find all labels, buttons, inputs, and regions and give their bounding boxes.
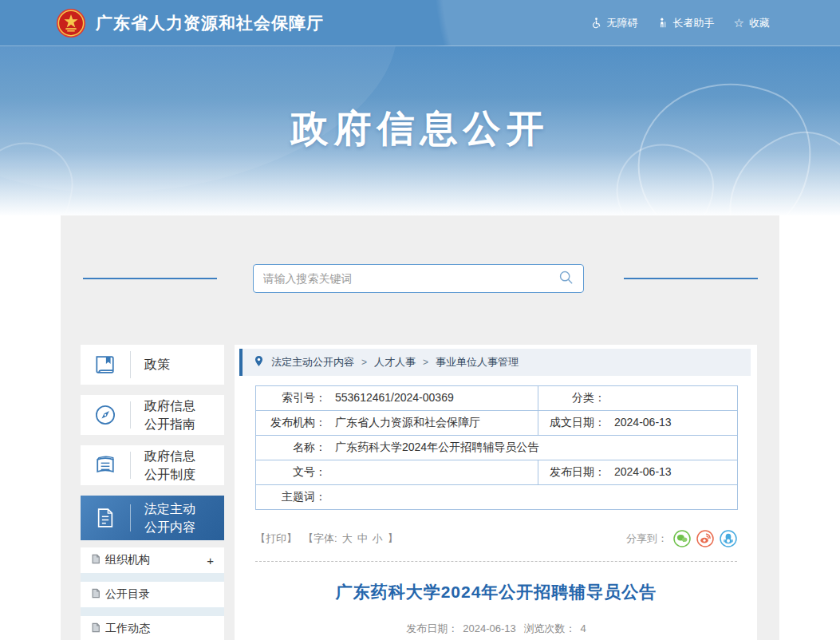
doc-info-table: 索引号：553612461/2024-00369 分类： 发布机构：广东省人力资… [255,385,738,510]
search-left-divider [83,278,217,279]
pub-date-meta-label: 发布日期： [406,622,458,634]
sidebar-subitem-public-directory[interactable]: 公开目录 [81,582,224,607]
content-card: 政策 政府信息公开指南 [61,215,779,640]
star-icon: ☆ [734,17,744,29]
banner: 政府信息公开 [0,46,840,215]
share-wechat-icon[interactable] [673,530,691,547]
sidebar-subitem-work-updates[interactable]: 工作动态 [81,616,224,640]
divider [130,504,131,531]
accessibility-label: 无障碍 [607,16,638,30]
sidebar-subitem-label: 工作动态 [105,622,214,636]
sidebar-item-label: 政府信息公开指南 [144,397,200,433]
font-label: 【字体: [303,531,337,546]
search-row [61,264,779,293]
accessibility-icon [590,17,602,29]
sidebar-subitem-label: 公开目录 [105,587,214,602]
search-button[interactable] [558,270,574,287]
favorite-label: 收藏 [749,16,770,30]
table-row: 文号： 发布日期：2024-06-13 [256,460,738,485]
index-value: 553612461/2024-00369 [335,391,454,404]
divider [130,401,131,429]
breadcrumb-item-statutory-disclosure[interactable]: 法定主动公开内容 [271,355,354,369]
pub-date-cell: 发布日期：2024-06-13 [538,460,738,485]
body-row: 政策 政府信息公开指南 [61,345,779,640]
agency-cell: 发布机构：广东省人力资源和社会保障厅 [256,411,538,436]
sidebar-item-label: 政府信息公开制度 [144,447,200,484]
breadcrumb-item-institution-personnel[interactable]: 事业单位人事管理 [436,355,519,369]
agency-value: 广东省人力资源和社会保障厅 [335,416,480,429]
pub-date-value: 2024-06-13 [614,465,672,478]
sidebar-item-label: 政策 [144,355,200,373]
book-icon [81,352,130,377]
accessibility-link[interactable]: 无障碍 [590,16,638,30]
elder-helper-label: 长者助手 [673,16,715,30]
document-icon [81,506,130,530]
page-icon [91,587,101,602]
divider [130,351,131,378]
views-meta-value: 4 [580,622,586,634]
breadcrumb-item-talent-personnel[interactable]: 人才人事 [374,355,416,369]
table-row: 主题词： [256,485,738,510]
font-size-control: 【字体: 大 中 小 】 [303,531,398,546]
print-font-tools: 【打印】 【字体: 大 中 小 】 [255,531,398,546]
main-content: 法定主动公开内容 > 人才人事 > 事业单位人事管理 索引号：553612461… [235,345,757,640]
category-label: 分类： [538,391,605,405]
sidebar-subitem-label: 组织机构 [105,553,207,567]
sidebar-item-disclosure-rules[interactable]: 政府信息公开制度 [81,445,224,485]
sidebar-item-statutory-disclosure[interactable]: 法定主动公开内容 [81,496,224,540]
index-label: 索引号： [256,391,326,405]
favorite-link[interactable]: ☆ 收藏 [734,16,770,30]
breadcrumb: 法定主动公开内容 > 人才人事 > 事业单位人事管理 [239,349,751,376]
font-label-close: 】 [388,531,398,546]
written-date-label: 成文日期： [538,416,605,430]
written-date-cell: 成文日期：2024-06-13 [538,411,738,436]
site-brand[interactable]: 广东省人力资源和社会保障厅 [56,8,324,38]
sidebar-item-policy[interactable]: 政策 [81,345,224,385]
top-links: 无障碍 长者助手 ☆ 收藏 [590,16,770,30]
agency-label: 发布机构： [256,416,326,430]
pub-date-label: 发布日期： [538,465,605,480]
sidebar: 政策 政府信息公开指南 [81,345,224,640]
name-label: 名称： [256,440,326,455]
search-input[interactable] [263,272,558,285]
font-size-medium-button[interactable]: 中 [357,531,368,546]
font-size-large-button[interactable]: 大 [342,531,353,546]
category-cell: 分类： [538,386,738,411]
compass-icon [81,402,130,428]
page-icon [91,622,101,636]
table-row: 名称：广东药科大学2024年公开招聘辅导员公告 [256,436,738,460]
written-date-value: 2024-06-13 [614,416,672,429]
pub-date-meta-value: 2024-06-13 [463,622,516,634]
doc-no-label: 文号： [256,465,326,480]
article-meta: 发布日期：2024-06-13 浏览次数：4 [255,622,737,636]
views-meta-label: 浏览次数： [523,622,575,634]
share-weibo-icon[interactable] [696,530,714,547]
keywords-label: 主题词： [256,490,326,504]
site-title: 广东省人力资源和社会保障厅 [96,12,324,34]
elder-helper-link[interactable]: 长者助手 [657,16,715,30]
name-cell: 名称：广东药科大学2024年公开招聘辅导员公告 [256,436,738,460]
table-row: 发布机构：广东省人力资源和社会保障厅 成文日期：2024-06-13 [256,411,738,436]
share-qq-icon[interactable] [720,530,737,547]
name-value: 广东药科大学2024年公开招聘辅导员公告 [335,440,538,453]
elder-helper-icon [657,17,668,29]
search-box [253,264,584,293]
divider [130,452,131,479]
sidebar-item-disclosure-guide[interactable]: 政府信息公开指南 [81,395,224,435]
page: 广东省人力资源和社会保障厅 无障碍 [0,0,840,640]
doc-no-cell: 文号： [256,460,538,485]
rules-icon [81,452,130,478]
sidebar-subitem-organization[interactable]: 组织机构 + [81,547,224,573]
print-button[interactable]: 【打印】 [255,531,297,546]
search-right-divider [624,278,758,279]
search-icon [558,270,574,287]
dashed-divider [255,561,737,562]
article-toolbar: 【打印】 【字体: 大 中 小 】 分享到： [255,530,737,547]
expand-plus-icon[interactable]: + [207,554,214,567]
banner-title: 政府信息公开 [0,104,840,154]
sidebar-subgroup: 组织机构 + 公开目录 [81,547,224,640]
index-cell: 索引号：553612461/2024-00369 [256,386,538,411]
share-label: 分享到： [626,531,668,546]
top-header: 广东省人力资源和社会保障厅 无障碍 [0,0,840,46]
font-size-small-button[interactable]: 小 [373,531,383,546]
